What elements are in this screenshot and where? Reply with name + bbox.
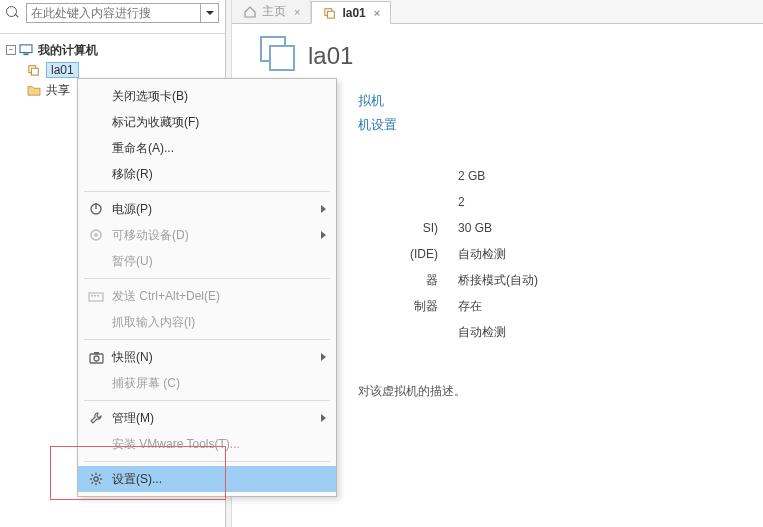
svg-line-27 <box>92 482 94 484</box>
svg-rect-7 <box>270 46 294 70</box>
svg-rect-3 <box>31 68 38 75</box>
svg-rect-0 <box>20 45 32 53</box>
power-icon <box>86 201 106 217</box>
blank-icon <box>86 114 106 130</box>
menu-item-label: 发送 Ctrl+Alt+Del(E) <box>112 288 326 305</box>
context-menu: 关闭选项卡(B)标记为收藏项(F)重命名(A)...移除(R)电源(P)可移动设… <box>77 78 337 497</box>
tab-bar: 主页 × la01 × <box>232 0 763 24</box>
menu-separator <box>84 461 330 462</box>
tab-label: 主页 <box>262 3 286 20</box>
menu-item-settings[interactable]: 设置(S)... <box>78 466 336 492</box>
menu-item-grabinput: 抓取输入内容(I) <box>78 309 336 335</box>
menu-item-snapshot[interactable]: 快照(N) <box>78 344 336 370</box>
vm-large-icon <box>258 34 298 77</box>
menu-item-label: 管理(M) <box>112 410 321 427</box>
svg-rect-14 <box>94 295 96 297</box>
monitor-icon <box>18 42 34 58</box>
svg-line-25 <box>99 482 101 484</box>
link-edit-settings[interactable]: 机设置 <box>358 113 749 137</box>
svg-rect-15 <box>97 295 99 297</box>
tree-item-label: la01 <box>46 62 79 78</box>
submenu-arrow-icon <box>321 353 326 361</box>
tab-la01[interactable]: la01 × <box>311 1 391 24</box>
menu-separator <box>84 191 330 192</box>
submenu-arrow-icon <box>321 205 326 213</box>
search-input[interactable] <box>26 3 201 23</box>
snap-icon <box>86 349 106 365</box>
svg-rect-13 <box>91 295 93 297</box>
blank-icon <box>86 140 106 156</box>
device-icon <box>86 227 106 243</box>
menu-separator <box>84 278 330 279</box>
menu-item-power[interactable]: 电源(P) <box>78 196 336 222</box>
menu-item-label: 快照(N) <box>112 349 321 366</box>
hardware-row: (IDE)自动检测 <box>358 241 749 267</box>
hardware-label <box>358 163 458 189</box>
tab-label: la01 <box>342 6 365 20</box>
menu-item-label: 暂停(U) <box>112 253 326 270</box>
vm-icon <box>322 5 338 21</box>
vm-icon <box>26 62 42 78</box>
separator <box>0 26 225 34</box>
menu-item-label: 抓取输入内容(I) <box>112 314 326 331</box>
gear-icon <box>86 471 106 487</box>
hardware-label <box>358 319 458 345</box>
blank-icon <box>86 88 106 104</box>
hardware-row: 2 GB <box>358 163 749 189</box>
menu-item-label: 重命名(A)... <box>112 140 326 157</box>
svg-rect-18 <box>94 352 99 354</box>
menu-item-pause: 暂停(U) <box>78 248 336 274</box>
svg-point-17 <box>94 356 99 361</box>
svg-point-19 <box>94 477 98 481</box>
menu-item-close-tab[interactable]: 关闭选项卡(B) <box>78 83 336 109</box>
menu-item-remove[interactable]: 移除(R) <box>78 161 336 187</box>
svg-rect-1 <box>23 53 28 55</box>
search-dropdown-button[interactable] <box>201 3 219 23</box>
actions-bar: 拟机 机设置 <box>358 89 749 137</box>
menu-item-label: 可移动设备(D) <box>112 227 321 244</box>
menu-separator <box>84 400 330 401</box>
link-power-on[interactable]: 拟机 <box>358 89 749 113</box>
blank-icon <box>86 253 106 269</box>
search-icon <box>6 6 20 20</box>
menu-item-favorite[interactable]: 标记为收藏项(F) <box>78 109 336 135</box>
wrench-icon <box>86 410 106 426</box>
kbd-icon <box>86 288 106 304</box>
close-icon[interactable]: × <box>374 7 380 19</box>
hardware-value: 桥接模式(自动) <box>458 267 749 293</box>
blank-icon <box>86 166 106 182</box>
page-title: la01 <box>308 42 353 70</box>
menu-item-manage[interactable]: 管理(M) <box>78 405 336 431</box>
blank-icon <box>86 375 106 391</box>
menu-item-label: 捕获屏幕 (C) <box>112 375 326 392</box>
hardware-value: 2 GB <box>458 163 749 189</box>
menu-item-label: 关闭选项卡(B) <box>112 88 326 105</box>
menu-item-rename[interactable]: 重命名(A)... <box>78 135 336 161</box>
hardware-row: SI)30 GB <box>358 215 749 241</box>
hardware-value: 30 GB <box>458 215 749 241</box>
hardware-value: 存在 <box>458 293 749 319</box>
svg-point-11 <box>94 233 98 237</box>
hardware-list: 2 GB2SI)30 GB(IDE)自动检测器桥接模式(自动)制器存在自动检测 <box>358 163 749 345</box>
menu-item-label: 标记为收藏项(F) <box>112 114 326 131</box>
hardware-label: SI) <box>358 215 458 241</box>
close-icon[interactable]: × <box>294 6 300 18</box>
tree-item-my-computer[interactable]: − 我的计算机 <box>4 40 221 60</box>
collapse-icon[interactable]: − <box>6 45 16 55</box>
hardware-value: 自动检测 <box>458 241 749 267</box>
svg-rect-5 <box>328 11 335 18</box>
menu-item-capture: 捕获屏幕 (C) <box>78 370 336 396</box>
menu-separator <box>84 339 330 340</box>
hardware-row: 2 <box>358 189 749 215</box>
tree-item-la01[interactable]: la01 <box>4 60 221 80</box>
tree-item-label: 共享 <box>46 82 70 99</box>
blank-icon <box>86 314 106 330</box>
hardware-label: 器 <box>358 267 458 293</box>
hardware-row: 自动检测 <box>358 319 749 345</box>
tree-item-label: 我的计算机 <box>38 42 98 59</box>
home-icon <box>242 4 258 20</box>
tab-home[interactable]: 主页 × <box>232 0 311 23</box>
hardware-value: 2 <box>458 189 749 215</box>
search-row <box>0 0 225 26</box>
hardware-label: 制器 <box>358 293 458 319</box>
